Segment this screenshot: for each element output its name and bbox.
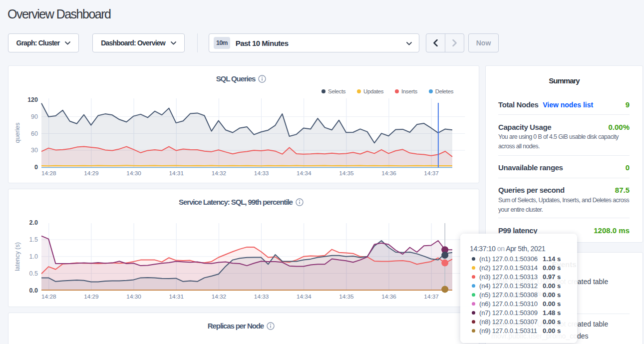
svg-text:14:31: 14:31 — [169, 170, 184, 177]
svg-text:0.0: 0.0 — [29, 287, 38, 294]
svg-text:14:28: 14:28 — [41, 293, 56, 300]
svg-text:120: 120 — [27, 96, 38, 103]
svg-text:30: 30 — [31, 147, 38, 154]
svg-text:14:34: 14:34 — [297, 293, 312, 300]
svg-text:14:29: 14:29 — [84, 170, 99, 177]
svg-text:14:32: 14:32 — [212, 293, 227, 300]
svg-text:1.0: 1.0 — [29, 253, 38, 260]
svg-text:14:35: 14:35 — [339, 293, 354, 300]
svg-text:1.5: 1.5 — [29, 236, 38, 243]
svg-text:14:37: 14:37 — [424, 293, 439, 300]
svg-text:14:33: 14:33 — [254, 170, 269, 177]
svg-text:14:30: 14:30 — [126, 170, 141, 177]
svg-text:14:30: 14:30 — [126, 293, 141, 300]
svg-text:14:36: 14:36 — [381, 170, 396, 177]
svg-text:60: 60 — [31, 130, 38, 137]
svg-text:14:34: 14:34 — [297, 170, 312, 177]
svg-text:14:37: 14:37 — [424, 170, 439, 177]
svg-text:latency (s): latency (s) — [14, 242, 21, 271]
svg-text:queries: queries — [14, 123, 21, 143]
svg-text:14:31: 14:31 — [169, 293, 184, 300]
svg-text:14:35: 14:35 — [339, 170, 354, 177]
svg-text:0.5: 0.5 — [29, 270, 38, 277]
svg-text:90: 90 — [31, 113, 38, 120]
svg-text:0: 0 — [34, 164, 38, 171]
svg-text:14:28: 14:28 — [41, 170, 56, 177]
svg-text:2.0: 2.0 — [29, 219, 38, 226]
svg-text:14:29: 14:29 — [84, 293, 99, 300]
svg-text:14:36: 14:36 — [381, 293, 396, 300]
svg-text:14:32: 14:32 — [212, 170, 227, 177]
svg-text:14:33: 14:33 — [254, 293, 269, 300]
